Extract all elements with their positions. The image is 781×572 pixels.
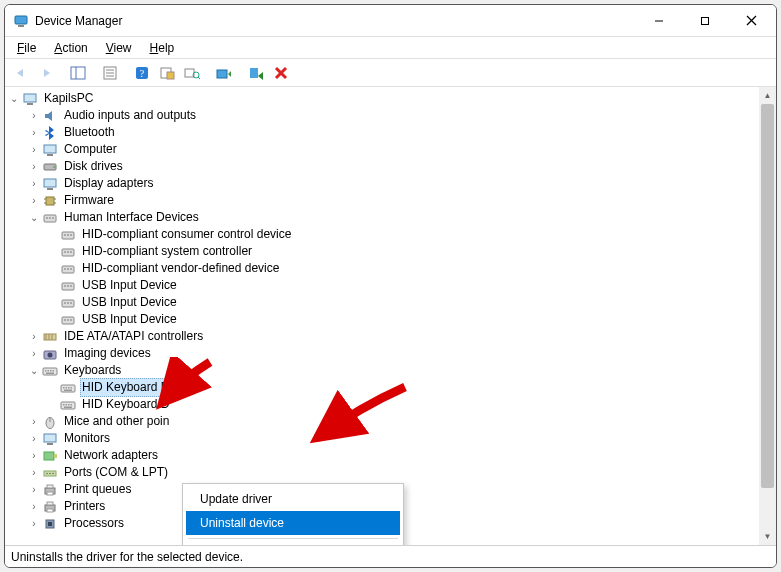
tree-item[interactable]: HID Keyboard D <box>5 379 759 396</box>
tree-item[interactable]: ›Imaging devices <box>5 345 759 362</box>
expander-icon[interactable]: › <box>27 432 41 446</box>
device-tree[interactable]: ⌄KapilsPC›Audio inputs and outputs›Bluet… <box>5 87 759 545</box>
expander-icon[interactable]: ⌄ <box>7 92 21 106</box>
svg-rect-37 <box>46 217 48 219</box>
expander-icon[interactable]: › <box>27 109 41 123</box>
menu-action[interactable]: Action <box>46 39 95 57</box>
tree-item[interactable]: ›Audio inputs and outputs <box>5 107 759 124</box>
svg-rect-103 <box>47 509 53 512</box>
svg-rect-87 <box>64 406 72 408</box>
context-menu-item[interactable]: Update driver <box>186 487 400 511</box>
expander-icon[interactable]: › <box>27 415 41 429</box>
vertical-scrollbar[interactable]: ▲ ▼ <box>759 87 776 545</box>
tree-item[interactable]: USB Input Device <box>5 311 759 328</box>
tree-root[interactable]: ⌄KapilsPC <box>5 90 759 107</box>
scroll-up-arrow[interactable]: ▲ <box>759 87 776 104</box>
minimize-button[interactable] <box>636 6 682 36</box>
tree-item[interactable]: ›Mice and other poin <box>5 413 759 430</box>
svg-rect-71 <box>45 370 47 372</box>
monitor-icon <box>42 431 58 447</box>
tree-item[interactable]: ›Monitors <box>5 430 759 447</box>
svg-rect-91 <box>47 443 53 445</box>
tree-label: Human Interface Devices <box>62 209 201 226</box>
svg-rect-39 <box>52 217 54 219</box>
expander-icon[interactable]: › <box>27 160 41 174</box>
context-menu-item[interactable]: Uninstall device <box>186 511 400 535</box>
tree-item[interactable]: ›Network adapters <box>5 447 759 464</box>
tree-item[interactable]: HID-compliant consumer control device <box>5 226 759 243</box>
context-menu-item[interactable]: Scan for hardware changes <box>186 542 400 545</box>
svg-rect-57 <box>64 302 66 304</box>
tree-item[interactable]: ›Firmware <box>5 192 759 209</box>
svg-rect-81 <box>64 389 72 391</box>
expander-icon[interactable]: › <box>27 483 41 497</box>
tree-label: Mice and other poin <box>62 413 171 430</box>
expander-icon[interactable]: › <box>27 347 41 361</box>
close-button[interactable] <box>728 6 774 36</box>
svg-rect-51 <box>70 268 72 270</box>
tree-item[interactable]: USB Input Device <box>5 277 759 294</box>
menu-help[interactable]: Help <box>142 39 183 57</box>
svg-rect-1 <box>18 25 24 27</box>
tree-item[interactable]: ›Disk drives <box>5 158 759 175</box>
disable-device-button[interactable] <box>244 61 268 85</box>
svg-point-97 <box>52 472 54 474</box>
expander-icon[interactable]: › <box>27 466 41 480</box>
back-button[interactable] <box>9 61 33 85</box>
printer-icon <box>42 482 58 498</box>
svg-rect-6 <box>71 67 85 79</box>
svg-rect-73 <box>50 370 52 372</box>
svg-rect-92 <box>44 452 54 460</box>
scroll-down-arrow[interactable]: ▼ <box>759 528 776 545</box>
tree-label: USB Input Device <box>80 311 179 328</box>
svg-rect-61 <box>64 319 66 321</box>
properties-button[interactable] <box>98 61 122 85</box>
tree-label: HID-compliant system controller <box>80 243 254 260</box>
tree-label: Firmware <box>62 192 116 209</box>
tree-label: HID Keyboard D <box>80 378 171 397</box>
maximize-button[interactable] <box>682 6 728 36</box>
action-button[interactable] <box>155 61 179 85</box>
expander-icon[interactable]: › <box>27 449 41 463</box>
svg-rect-90 <box>44 434 56 442</box>
tree-item[interactable]: ›Computer <box>5 141 759 158</box>
svg-rect-15 <box>167 72 174 79</box>
expander-icon[interactable]: › <box>27 126 41 140</box>
svg-rect-79 <box>68 387 70 389</box>
expander-icon[interactable]: › <box>27 177 41 191</box>
tree-item[interactable]: ›Display adapters <box>5 175 759 192</box>
show-hide-tree-button[interactable] <box>66 61 90 85</box>
svg-rect-49 <box>64 268 66 270</box>
expander-icon[interactable]: ⌄ <box>27 211 41 225</box>
tree-item[interactable]: ›Bluetooth <box>5 124 759 141</box>
forward-button[interactable] <box>34 61 58 85</box>
expander-icon[interactable]: › <box>27 143 41 157</box>
ide-icon <box>42 329 58 345</box>
expander-icon[interactable]: › <box>27 194 41 208</box>
expander-icon[interactable]: › <box>27 500 41 514</box>
scroll-thumb[interactable] <box>761 104 774 488</box>
tree-item[interactable]: HID Keyboard D <box>5 396 759 413</box>
cpu-icon <box>42 516 58 532</box>
monitor-icon <box>42 142 58 158</box>
tree-item[interactable]: ⌄Human Interface Devices <box>5 209 759 226</box>
update-driver-button[interactable] <box>212 61 236 85</box>
tree-item[interactable]: USB Input Device <box>5 294 759 311</box>
tree-label: Display adapters <box>62 175 155 192</box>
tree-item[interactable]: HID-compliant vendor-defined device <box>5 260 759 277</box>
tree-item[interactable]: HID-compliant system controller <box>5 243 759 260</box>
uninstall-button[interactable] <box>269 61 293 85</box>
expander-icon[interactable]: › <box>27 517 41 531</box>
help-button[interactable]: ? <box>130 61 154 85</box>
expander-icon[interactable]: › <box>27 330 41 344</box>
tree-label: Imaging devices <box>62 345 153 362</box>
svg-point-28 <box>53 166 55 168</box>
scan-hardware-button[interactable] <box>180 61 204 85</box>
tree-item[interactable]: ⌄Keyboards <box>5 362 759 379</box>
tree-item[interactable]: ›Ports (COM & LPT) <box>5 464 759 481</box>
svg-rect-24 <box>27 103 33 105</box>
menu-file[interactable]: File <box>9 39 44 57</box>
menu-view[interactable]: View <box>98 39 140 57</box>
expander-icon[interactable]: ⌄ <box>27 364 41 378</box>
tree-item[interactable]: ›IDE ATA/ATAPI controllers <box>5 328 759 345</box>
